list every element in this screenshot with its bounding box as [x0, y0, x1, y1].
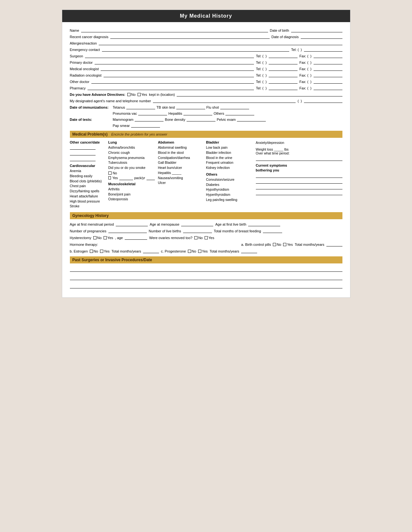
mammogram-field[interactable] [135, 117, 164, 121]
breast-feeding-field[interactable] [263, 229, 282, 233]
surgery-line2[interactable] [70, 275, 342, 280]
first-menstrual-field[interactable] [116, 222, 148, 226]
surgery-line1[interactable] [70, 267, 342, 272]
est-total-field[interactable] [143, 249, 159, 253]
tetanus-field[interactable] [126, 105, 155, 109]
surgeon-fax-field[interactable] [314, 54, 342, 58]
prog-no-checkbox[interactable]: No [188, 249, 196, 253]
primary-doctor-field[interactable] [95, 60, 254, 64]
bone-density-field[interactable] [187, 117, 215, 121]
other-tel-field[interactable] [269, 79, 298, 84]
flu-field[interactable] [220, 105, 249, 109]
bc-no-checkbox[interactable]: No [273, 243, 281, 246]
menopause-field[interactable] [181, 222, 213, 226]
est-no-checkbox[interactable]: No [90, 249, 98, 253]
medical-oncologist-field[interactable] [101, 66, 254, 71]
med-onc-fax-field[interactable] [314, 66, 342, 71]
ovaries-yes-checkbox[interactable]: Yes [205, 236, 214, 240]
pelvic-exam-field[interactable] [237, 117, 266, 121]
designated-agent-field[interactable] [153, 98, 296, 103]
allergies-label: Allergies/reaction [70, 41, 97, 45]
radiation-oncologist-field[interactable] [104, 73, 254, 77]
weight-loss-row: Weight loss _____ lbs [256, 147, 342, 151]
others-field[interactable] [225, 111, 254, 115]
symptom-line3[interactable] [256, 185, 342, 189]
primary-fax-field[interactable] [314, 60, 342, 64]
dob-label: Date of birth [270, 29, 289, 32]
menopause-label: Age at menopause [150, 222, 179, 226]
bladder-header: Bladder [206, 140, 253, 144]
est-yes-box[interactable] [100, 250, 103, 253]
surgeon-field[interactable] [85, 54, 254, 58]
allergies-field[interactable] [99, 41, 342, 45]
gynecology-section: Age at first menstrual period Age at men… [70, 222, 342, 253]
pharmacy-fax-field[interactable] [314, 86, 342, 90]
surgeon-tel-field[interactable] [269, 54, 298, 58]
anxiety-header: Anxiety/depression [256, 140, 342, 145]
est-no-box[interactable] [90, 250, 93, 253]
ovaries-no-checkbox[interactable]: No [194, 236, 203, 240]
other-cancer-line2[interactable] [70, 151, 96, 155]
other-doctor-field[interactable] [91, 79, 254, 84]
advance-no-box[interactable] [127, 93, 130, 96]
pap-smear-field[interactable] [131, 123, 160, 128]
advance-yes-box[interactable] [138, 93, 141, 96]
num-live-births-field[interactable] [183, 229, 212, 233]
prog-total-field[interactable] [241, 249, 257, 253]
bc-yes-box[interactable] [283, 243, 286, 246]
prog-yes-box[interactable] [198, 250, 201, 253]
prog-no-box[interactable] [188, 250, 191, 253]
bc-yes-checkbox[interactable]: Yes [283, 243, 293, 246]
immunizations-section: Date of immunizations: Tetanus TB skin t… [70, 105, 342, 115]
pharmacy-tel-field[interactable] [269, 86, 298, 90]
name-field[interactable] [81, 28, 268, 32]
primary-tel-field[interactable] [269, 60, 298, 64]
rad-onc-fax-field[interactable] [314, 73, 342, 77]
first-live-birth-field[interactable] [248, 222, 280, 226]
hepatitis-field[interactable] [183, 111, 212, 115]
hyst-yes-checkbox[interactable]: Yes [104, 236, 113, 240]
bc-total-field[interactable] [326, 242, 342, 246]
pneumonia-field[interactable] [138, 111, 167, 115]
hyst-yes-box[interactable] [104, 236, 107, 239]
recent-cancer-field[interactable] [110, 34, 270, 39]
est-yes-checkbox[interactable]: Yes [100, 249, 110, 253]
symptom-line2[interactable] [256, 179, 342, 184]
prog-yes-checkbox[interactable]: Yes [198, 249, 208, 253]
ovaries-yes-box[interactable] [205, 236, 208, 239]
pack-year-field[interactable] [119, 176, 133, 180]
kept-in-field[interactable] [177, 92, 342, 96]
medical-problems-header: Medical Problem(s) Encircle the problem … [70, 131, 342, 138]
smoke-no-box[interactable] [108, 171, 112, 175]
symptom-line4[interactable] [256, 191, 342, 195]
ovaries-no-box[interactable] [194, 236, 198, 239]
other-cancer-line3[interactable] [70, 157, 96, 161]
other-fax-field[interactable] [314, 79, 342, 84]
lung-col: Lung Asthma/bronchitis Chronic cough Emp… [108, 140, 155, 209]
med-onc-tel-field[interactable] [269, 66, 298, 71]
smoke-yes-box[interactable] [108, 176, 111, 179]
bc-no-box[interactable] [273, 243, 276, 246]
advance-no-checkbox[interactable]: No [127, 93, 136, 96]
dob-field[interactable] [291, 28, 342, 32]
num-pregnancies-field[interactable] [108, 229, 147, 233]
emergency-tel-field[interactable] [304, 47, 342, 52]
hyst-no-box[interactable] [93, 236, 97, 239]
symptom-line1[interactable] [256, 173, 342, 178]
emergency-label: Emergency contact [70, 48, 100, 52]
surgery-line3[interactable] [70, 283, 342, 288]
other-cancer-line1[interactable] [70, 145, 96, 150]
pharmacy-field[interactable] [88, 86, 254, 90]
pack-yr-num[interactable] [147, 176, 155, 180]
hyst-age-field[interactable] [125, 235, 147, 240]
over-time-field[interactable] [256, 156, 342, 161]
prog-total-label: Total months/years [210, 249, 239, 253]
date-diagnosis-field[interactable] [301, 34, 342, 39]
emergency-field[interactable] [102, 47, 289, 52]
tb-field[interactable] [176, 105, 205, 109]
bone-density-label: Bone density [165, 118, 185, 121]
advance-yes-checkbox[interactable]: Yes [138, 93, 147, 96]
rad-onc-tel-field[interactable] [269, 73, 298, 77]
designated-phone-field[interactable] [304, 98, 342, 103]
hyst-no-checkbox[interactable]: No [93, 236, 102, 240]
